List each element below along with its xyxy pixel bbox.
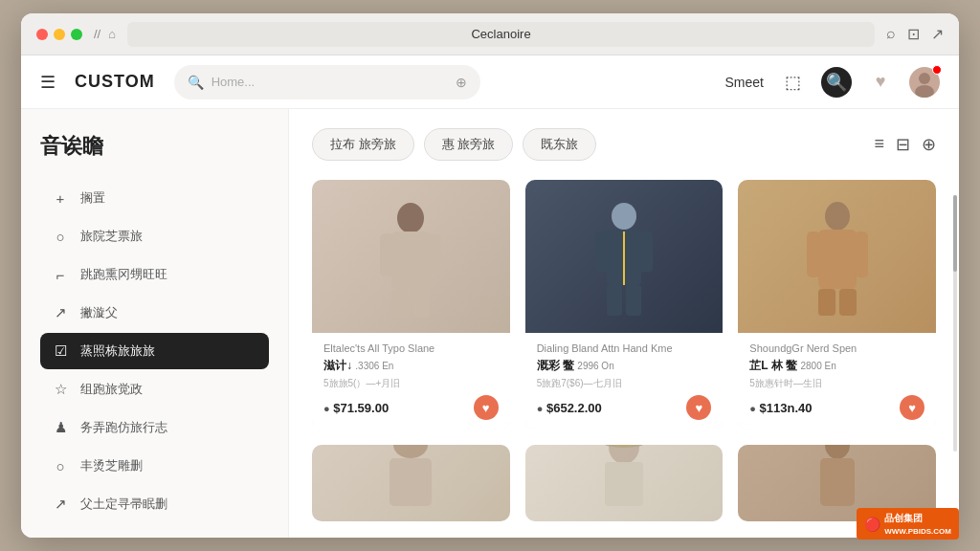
sidebar-item-users[interactable]: ♟ 务弄跑仿旅行志 xyxy=(40,409,269,446)
product-image-3 xyxy=(312,445,510,521)
sidebar-item-label: 丰烫芝雕删 xyxy=(80,457,143,474)
product-card[interactable]: Eltalec'ts All Typo Slane 滋计↓ .3306 En 5… xyxy=(312,180,510,430)
svg-rect-4 xyxy=(380,233,393,276)
svg-point-8 xyxy=(612,203,636,230)
settings-icon[interactable]: ⊕ xyxy=(922,134,936,155)
browser-chrome: // ⌂ Ceclanoire ⌕ ⊡ ↗ xyxy=(21,13,959,55)
svg-rect-6 xyxy=(391,289,409,318)
chat-icon: ○ xyxy=(52,229,69,245)
wishlist-btn-2[interactable]: ♥ xyxy=(900,395,924,420)
product-title-1: Dialing Bland Attn Hand Kme xyxy=(537,342,712,354)
search-submit-icon[interactable]: ⊕ xyxy=(456,75,467,90)
pen-icon: ↗ xyxy=(52,496,69,513)
sidebar: 音诶瞻 + 搁置 ○ 旅院芝票旅 ⌐ 跳跑熏冈甥旺旺 ↗ xyxy=(21,109,289,538)
search-icon: 🔍 xyxy=(188,75,204,90)
search-browser-icon[interactable]: ⌕ xyxy=(886,25,896,43)
product-card[interactable] xyxy=(525,445,724,521)
svg-point-21 xyxy=(393,445,428,458)
product-price-row-1: ● $652.2.00 ♥ xyxy=(537,395,712,420)
search-bar[interactable]: 🔍 Home... ⊕ xyxy=(174,65,480,99)
product-image-1 xyxy=(525,180,724,333)
product-price-row-2: ● $113n.40 ♥ xyxy=(749,395,924,420)
product-image-2 xyxy=(738,180,936,333)
svg-rect-28 xyxy=(820,458,855,506)
grid-icon[interactable]: ⊟ xyxy=(896,134,910,155)
close-button[interactable] xyxy=(36,29,48,40)
notification-badge xyxy=(932,65,942,75)
sidebar-item-add[interactable]: + 搁置 xyxy=(40,180,269,216)
sidebar-item-tag[interactable]: ↗ 撇漩父 xyxy=(40,295,269,331)
sidebar-item-orders[interactable]: ☑ 蒸照栋旅旅旅 xyxy=(40,333,269,369)
product-grid: Eltalec'ts All Typo Slane 滋计↓ .3306 En 5… xyxy=(312,180,936,521)
sidebar-item-chat[interactable]: ○ 旅院芝票旅 xyxy=(40,218,269,254)
sidebar-item-label: 搁置 xyxy=(80,189,105,207)
product-title-2: ShoundgGr Nerd Spen xyxy=(749,342,924,354)
filter-chip-2[interactable]: 既东旅 xyxy=(523,128,596,161)
sidebar-item-label: 跳跑熏冈甥旺旺 xyxy=(80,266,167,283)
product-image-0 xyxy=(312,180,510,333)
main-content: 拉布 旅旁旅 惠 旅旁旅 既东旅 ≡ ⊟ ⊕ xyxy=(289,109,959,538)
avatar-container[interactable] xyxy=(909,67,940,98)
wishlist-btn-1[interactable]: ♥ xyxy=(686,395,711,420)
minimize-button[interactable] xyxy=(54,29,65,40)
hamburger-menu[interactable]: ☰ xyxy=(40,72,56,93)
svg-rect-5 xyxy=(428,233,441,276)
svg-rect-22 xyxy=(390,458,432,506)
product-image-4 xyxy=(525,445,724,521)
wishlist-btn[interactable]: ♥ xyxy=(865,67,896,98)
browser-actions: ⌕ ⊡ ↗ xyxy=(886,25,944,43)
sidebar-menu: + 搁置 ○ 旅院芝票旅 ⌐ 跳跑熏冈甥旺旺 ↗ 撇漩父 xyxy=(40,180,269,522)
product-meta-0: 5旅旅5(）—+月旧 xyxy=(323,377,499,390)
svg-rect-13 xyxy=(607,285,622,316)
scrollbar-thumb[interactable] xyxy=(953,195,957,273)
product-card[interactable] xyxy=(312,445,510,521)
search-nav-btn[interactable]: 🔍 xyxy=(821,67,852,98)
main-layout: 音诶瞻 + 搁置 ○ 旅院芝票旅 ⌐ 跳跑熏冈甥旺旺 ↗ xyxy=(21,109,959,538)
svg-rect-11 xyxy=(639,231,653,272)
page-icon[interactable]: ⬚ xyxy=(777,67,808,98)
home-icon[interactable]: ⌂ xyxy=(108,27,116,41)
svg-point-2 xyxy=(397,203,424,233)
sidebar-item-pen[interactable]: ↗ 父土定寻帚眠删 xyxy=(40,486,269,522)
address-text: Ceclanoire xyxy=(471,27,530,41)
download-icon[interactable]: ⊡ xyxy=(907,25,920,43)
svg-rect-18 xyxy=(855,231,868,277)
product-name-1: 溉彩 鳖 2996 On xyxy=(537,358,712,374)
svg-rect-26 xyxy=(616,445,632,446)
sidebar-item-label: 务弄跑仿旅行志 xyxy=(80,419,167,436)
sidebar-item-star[interactable]: ☆ 组跑旅觉政 xyxy=(40,371,269,408)
tag-icon: ↗ xyxy=(52,304,69,321)
svg-rect-14 xyxy=(626,285,641,316)
product-info-2: ShoundgGr Nerd Spen 芷L 林 鳖 2800 En 5旅惠针时… xyxy=(738,333,936,430)
sidebar-item-label: 旅院芝票旅 xyxy=(80,228,143,245)
svg-rect-3 xyxy=(391,231,430,289)
svg-point-0 xyxy=(919,73,930,84)
sidebar-item-label: 蒸照栋旅旅旅 xyxy=(80,342,155,360)
clock-icon: ○ xyxy=(52,458,69,474)
scrollbar-track xyxy=(953,195,957,452)
filter-chip-0[interactable]: 拉布 旅旁旅 xyxy=(312,128,414,161)
sidebar-item-label: 父土定寻帚眠删 xyxy=(80,496,167,513)
watermark: 🔴 品创集团 WWW.PBIDS.COM xyxy=(857,508,959,540)
product-name-0: 滋计↓ .3306 En xyxy=(323,358,499,374)
product-price-1: ● $652.2.00 xyxy=(537,401,602,415)
link-icon: ⌐ xyxy=(52,267,69,283)
product-price-row-0: ● $71.59.00 ♥ xyxy=(323,395,499,420)
svg-rect-7 xyxy=(412,289,430,318)
sort-icon[interactable]: ≡ xyxy=(874,134,884,155)
wishlist-btn-0[interactable]: ♥ xyxy=(474,395,499,420)
sidebar-item-links[interactable]: ⌐ 跳跑熏冈甥旺旺 xyxy=(40,256,269,293)
filter-bar: 拉布 旅旁旅 惠 旅旁旅 既东旅 ≡ ⊟ ⊕ xyxy=(312,128,936,161)
svg-rect-16 xyxy=(818,230,857,289)
product-card[interactable]: ShoundgGr Nerd Spen 芷L 林 鳖 2800 En 5旅惠针时… xyxy=(738,180,936,430)
brand-logo: CUSTOM xyxy=(75,72,155,92)
share-icon[interactable]: ↗ xyxy=(931,25,944,43)
maximize-button[interactable] xyxy=(71,29,82,40)
address-bar[interactable]: Ceclanoire xyxy=(127,22,875,47)
user-name: Smeet xyxy=(725,75,764,90)
product-card[interactable]: Dialing Bland Attn Hand Kme 溉彩 鳖 2996 On… xyxy=(525,180,724,430)
product-meta-2: 5旅惠针时—生旧 xyxy=(749,377,924,390)
sidebar-item-clock[interactable]: ○ 丰烫芝雕删 xyxy=(40,448,269,484)
filter-chip-1[interactable]: 惠 旅旁旅 xyxy=(424,128,514,161)
svg-rect-17 xyxy=(807,231,820,277)
